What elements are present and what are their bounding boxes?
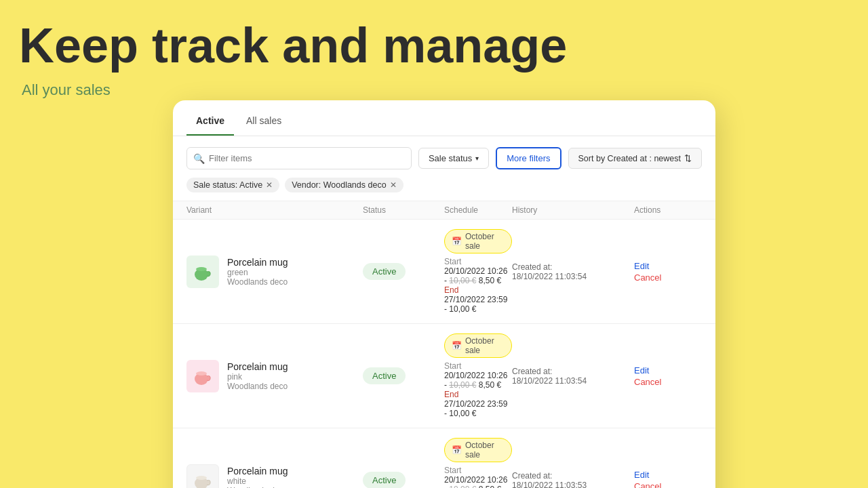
col-header-status: Status — [363, 205, 444, 215]
start-original-price-1: 10,00 € — [449, 276, 476, 285]
schedule-end-1: End 27/10/2022 23:59 - 10,00 € — [444, 285, 512, 314]
end-price-1: 10,00 € — [449, 304, 476, 314]
product-image-white — [186, 464, 219, 489]
end-price-2: 10,00 € — [449, 409, 476, 418]
col-header-schedule: Schedule — [444, 205, 512, 215]
start-original-price-3: 10,00 € — [449, 485, 476, 488]
svg-point-1 — [196, 267, 207, 271]
product-vendor-2: Woodlands deco — [227, 382, 288, 391]
col-header-history: History — [512, 205, 634, 215]
schedule-start-3: Start 20/10/2022 10:26 - 10,00 € 8,50 € — [444, 466, 512, 488]
filter-tag-status: Sale status: Active ✕ — [186, 178, 279, 192]
product-cell-3: Porcelain mug white Woodlands deco — [186, 464, 363, 489]
cancel-button-1[interactable]: Cancel — [634, 272, 702, 283]
start-sale-price-3: 8,50 € — [479, 485, 501, 488]
sale-tag-2: 📅 October sale — [444, 333, 512, 358]
table-header: Variant Status Schedule History Actions — [173, 201, 715, 219]
actions-cell-2: Edit Cancel — [634, 365, 702, 387]
cancel-button-2[interactable]: Cancel — [634, 377, 702, 387]
more-filters-label: More filters — [507, 153, 550, 163]
history-cell-1: Created at: 18/10/2022 11:03:54 — [512, 262, 634, 281]
calendar-icon-1: 📅 — [452, 237, 462, 246]
table-row: Porcelain mug white Woodlands deco Activ… — [173, 428, 715, 488]
cancel-button-3[interactable]: Cancel — [634, 481, 702, 489]
svg-point-5 — [196, 476, 207, 480]
col-header-actions: Actions — [634, 205, 702, 215]
history-label-2: Created at: — [512, 367, 552, 376]
hero-title: Keep track and manage — [19, 19, 567, 73]
filter-tags-bar: Sale status: Active ✕ Vendor: Woodlands … — [173, 175, 715, 201]
sale-tag-3: 📅 October sale — [444, 438, 512, 462]
sort-button[interactable]: Sort by Created at : newest ⇅ — [568, 148, 702, 169]
edit-button-3[interactable]: Edit — [634, 470, 702, 480]
product-info-2: Porcelain mug pink Woodlands deco — [227, 361, 288, 391]
status-cell-2: Active — [363, 367, 444, 384]
product-vendor-3: Woodlands deco — [227, 486, 288, 489]
filter-tag-vendor-close[interactable]: ✕ — [390, 181, 397, 189]
product-info-3: Porcelain mug white Woodlands deco — [227, 466, 288, 489]
sale-status-button[interactable]: Sale status ▾ — [418, 148, 489, 169]
table-row: Porcelain mug pink Woodlands deco Active… — [173, 323, 715, 428]
status-badge-1: Active — [363, 263, 406, 280]
end-label-1: End — [444, 285, 458, 295]
sale-tag-label-2: October sale — [465, 336, 505, 355]
tab-active[interactable]: Active — [186, 110, 234, 136]
sort-label: Sort by Created at : newest — [578, 154, 681, 163]
product-image-green — [186, 256, 219, 288]
schedule-cell-3: 📅 October sale Start 20/10/2022 10:26 - … — [444, 438, 512, 488]
product-name-2: Porcelain mug — [227, 361, 288, 372]
filter-tag-status-text: Sale status: Active — [193, 180, 262, 190]
product-name-3: Porcelain mug — [227, 466, 288, 476]
schedule-cell-1: 📅 October sale Start 20/10/2022 10:26 - … — [444, 229, 512, 314]
product-variant-2: pink — [227, 372, 288, 382]
status-cell-3: Active — [363, 472, 444, 488]
history-cell-2: Created at: 18/10/2022 11:03:54 — [512, 367, 634, 386]
start-original-price-2: 10,00 € — [449, 380, 476, 390]
schedule-end-2: End 27/10/2022 23:59 - 10,00 € — [444, 390, 512, 418]
product-vendor-1: Woodlands deco — [227, 277, 288, 287]
product-variant-1: green — [227, 268, 288, 277]
status-badge-3: Active — [363, 472, 406, 488]
start-sale-price-1: 8,50 € — [479, 276, 501, 285]
schedule-start-2: Start 20/10/2022 10:26 - 10,00 € 8,50 € — [444, 361, 512, 390]
search-input[interactable] — [186, 147, 412, 169]
actions-cell-1: Edit Cancel — [634, 261, 702, 283]
end-label-2: End — [444, 390, 458, 399]
chevron-down-icon: ▾ — [475, 155, 479, 162]
sale-tag-1: 📅 October sale — [444, 229, 512, 253]
history-date-3: 18/10/2022 11:03:53 — [512, 481, 587, 489]
sale-status-label: Sale status — [429, 153, 472, 163]
tab-bar: Active All sales — [173, 100, 715, 136]
calendar-icon-3: 📅 — [452, 445, 462, 455]
history-label-3: Created at: — [512, 471, 552, 481]
calendar-icon-2: 📅 — [452, 341, 462, 350]
start-label-3: Start — [444, 466, 461, 475]
tab-all-sales[interactable]: All sales — [237, 110, 291, 136]
product-name-1: Porcelain mug — [227, 257, 288, 268]
filter-tag-vendor-text: Vendor: Woodlands deco — [292, 180, 386, 190]
edit-button-2[interactable]: Edit — [634, 365, 702, 375]
schedule-cell-2: 📅 October sale Start 20/10/2022 10:26 - … — [444, 333, 512, 418]
svg-point-3 — [196, 371, 207, 375]
sale-tag-label-1: October sale — [465, 232, 505, 251]
sort-updown-icon: ⇅ — [684, 153, 692, 163]
actions-cell-3: Edit Cancel — [634, 470, 702, 489]
history-label-1: Created at: — [512, 262, 552, 272]
filter-tag-status-close[interactable]: ✕ — [266, 181, 273, 189]
history-cell-3: Created at: 18/10/2022 11:03:53 — [512, 471, 634, 489]
edit-button-1[interactable]: Edit — [634, 261, 702, 271]
status-badge-2: Active — [363, 367, 406, 384]
product-cell-1: Porcelain mug green Woodlands deco — [186, 256, 363, 288]
start-label-1: Start — [444, 257, 461, 266]
product-info-1: Porcelain mug green Woodlands deco — [227, 257, 288, 287]
filter-tag-vendor: Vendor: Woodlands deco ✕ — [285, 178, 403, 192]
search-icon: 🔍 — [193, 153, 205, 164]
main-card: Active All sales 🔍 Sale status ▾ More fi… — [173, 100, 715, 488]
product-variant-3: white — [227, 476, 288, 486]
toolbar: 🔍 Sale status ▾ More filters Sort by Cre… — [173, 136, 715, 175]
history-date-2: 18/10/2022 11:03:54 — [512, 376, 587, 386]
product-cell-2: Porcelain mug pink Woodlands deco — [186, 360, 363, 392]
col-header-variant: Variant — [186, 205, 363, 215]
sale-tag-label-3: October sale — [465, 441, 505, 460]
more-filters-button[interactable]: More filters — [496, 147, 561, 169]
